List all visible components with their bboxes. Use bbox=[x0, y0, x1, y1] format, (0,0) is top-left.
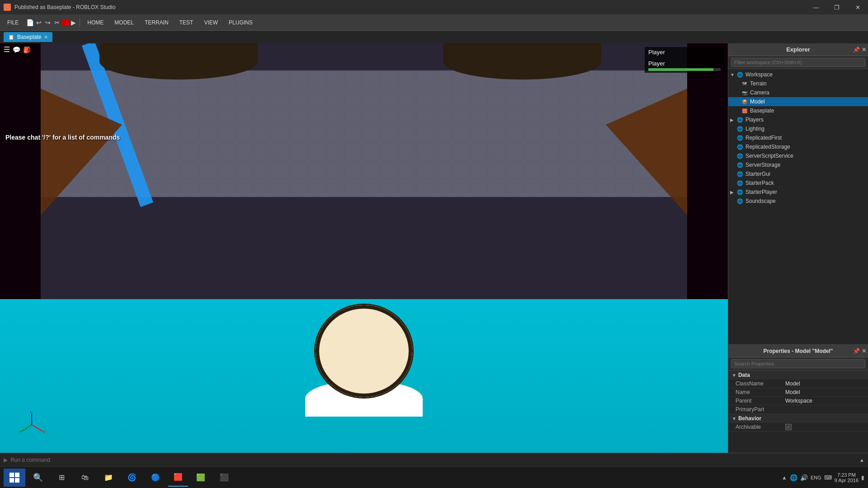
cut-icon[interactable]: ✂ bbox=[53, 19, 61, 27]
search-button[interactable]: 🔍 bbox=[27, 469, 49, 487]
minimize-button[interactable]: — bbox=[806, 0, 826, 14]
icon-startergui: 🌐 bbox=[736, 170, 744, 178]
icon-starterpack: 🌐 bbox=[736, 179, 744, 187]
svg-text:X: X bbox=[43, 430, 45, 434]
prop-archivable-label: Archivable bbox=[736, 424, 785, 430]
axes-indicator: X Y Z bbox=[18, 411, 45, 439]
menu-model[interactable]: MODEL bbox=[109, 14, 139, 30]
game-scene: Please chat '/?' for a list of commands … bbox=[0, 43, 728, 453]
tree-item-workspace[interactable]: ▼ 🌐 Workspace bbox=[728, 70, 868, 79]
filter-bar bbox=[728, 56, 868, 69]
props-close-button[interactable]: ✕ bbox=[862, 348, 866, 354]
chat-icon[interactable]: 💬 bbox=[13, 46, 20, 53]
icon-serverstorage: 🌐 bbox=[736, 161, 744, 169]
arrow-workspace: ▼ bbox=[730, 72, 736, 77]
tree-item-replicatedstorage[interactable]: 🌐 ReplicatedStorage bbox=[728, 142, 868, 151]
roblox-icon: 🟥 bbox=[174, 473, 183, 481]
viewport[interactable]: ☰ 💬 🎒 bbox=[0, 43, 728, 453]
section-data-arrow: ▼ bbox=[732, 373, 736, 378]
tree-item-serverstorage[interactable]: 🌐 ServerStorage bbox=[728, 160, 868, 169]
prop-archivable-checkbox[interactable]: ✓ bbox=[785, 424, 792, 430]
menu-terrain[interactable]: TERRAIN bbox=[139, 14, 174, 30]
tab-baseplate[interactable]: 📋 Baseplate ✕ bbox=[4, 32, 52, 42]
store-button[interactable]: 🛍 bbox=[74, 469, 96, 487]
menu-home[interactable]: HOME bbox=[82, 14, 109, 30]
prop-name: Name Model bbox=[728, 388, 868, 397]
lastapp-icon: ⬛ bbox=[220, 473, 229, 482]
props-search-input[interactable] bbox=[731, 359, 865, 368]
prop-classname-val: Model bbox=[785, 380, 864, 387]
explorer-header-buttons: 📌 ✕ bbox=[853, 47, 866, 53]
player-bar: Player bbox=[645, 47, 724, 57]
label-starterplayer: StarterPlayer bbox=[745, 189, 777, 195]
toolbar-file-group: 📄 ↩ ↪ ✂ ▶ bbox=[26, 19, 76, 27]
tab-label: Baseplate bbox=[17, 34, 41, 40]
task-view-button[interactable]: ⊞ bbox=[51, 469, 72, 487]
start-button[interactable] bbox=[4, 469, 25, 487]
label-replicatedfirst: ReplicatedFirst bbox=[745, 135, 782, 141]
tree-item-model[interactable]: 📦 Model bbox=[728, 97, 868, 106]
tree-item-lighting[interactable]: 🌐 Lighting bbox=[728, 124, 868, 133]
tree-item-serverscriptservice[interactable]: 🌐 ServerScriptService bbox=[728, 151, 868, 160]
tree-item-terrain[interactable]: 🗺 Terrain bbox=[728, 79, 868, 88]
explorer-close-button[interactable]: ✕ bbox=[862, 47, 866, 53]
menu-view[interactable]: VIEW bbox=[198, 14, 223, 30]
undo-icon[interactable]: ↩ bbox=[35, 19, 43, 27]
label-startergui: StarterGui bbox=[745, 171, 770, 177]
taskbar: 🔍 ⊞ 🛍 📁 🌀 🔵 🟥 🟩 ⬛ ▲ 🌐 🔊 ENG ⌨ 7:23 PM 9 … bbox=[0, 466, 868, 488]
section-data[interactable]: ▼ Data bbox=[728, 371, 868, 380]
label-serverstorage: ServerStorage bbox=[745, 162, 780, 168]
hamburger-icon[interactable]: ☰ bbox=[4, 45, 10, 54]
player-name-bar: Player bbox=[645, 57, 724, 73]
explorer-pin-button[interactable]: 📌 bbox=[853, 47, 860, 53]
svg-line-5 bbox=[32, 425, 43, 432]
show-desktop-button[interactable]: ▮ bbox=[861, 474, 864, 481]
prop-primarypart-label: PrimaryPart bbox=[736, 406, 785, 413]
tab-close-button[interactable]: ✕ bbox=[44, 34, 48, 40]
props-pin-button[interactable]: 📌 bbox=[853, 348, 860, 354]
new-icon[interactable]: 📄 bbox=[26, 19, 34, 27]
window-title: Published as Baseplate - ROBLOX Studio bbox=[14, 4, 115, 10]
chrome-button[interactable]: 🔵 bbox=[145, 469, 166, 487]
menu-file[interactable]: FILE bbox=[2, 14, 24, 30]
tree-item-soundscape[interactable]: 🌐 Soundscape bbox=[728, 197, 868, 206]
greenworks-button[interactable]: 🟩 bbox=[190, 469, 212, 487]
clock: 7:23 PM 9 Apr 2016 bbox=[835, 472, 859, 483]
tree-item-baseplate[interactable]: 🧱 Baseplate bbox=[728, 106, 868, 115]
prop-classname: ClassName Model bbox=[728, 380, 868, 388]
clock-time: 7:23 PM bbox=[835, 472, 859, 478]
menu-divider-1 bbox=[80, 18, 80, 27]
filter-input[interactable] bbox=[731, 58, 865, 67]
maximize-button[interactable]: ❐ bbox=[826, 0, 847, 14]
tree-item-starterplayer[interactable]: ▶ 🌐 StarterPlayer bbox=[728, 188, 868, 197]
lastapp-button[interactable]: ⬛ bbox=[213, 469, 235, 487]
ie-button[interactable]: 🌀 bbox=[121, 469, 143, 487]
tray-up-icon[interactable]: ▲ bbox=[782, 474, 787, 481]
redo-icon[interactable]: ↪ bbox=[44, 19, 52, 27]
icon-workspace: 🌐 bbox=[736, 71, 744, 78]
stop-icon[interactable] bbox=[62, 19, 70, 26]
label-players: Players bbox=[745, 117, 764, 123]
tree-item-players[interactable]: ▶ 🌐 Players bbox=[728, 115, 868, 124]
svg-text:Z: Z bbox=[30, 411, 33, 413]
roblox-studio-taskbar-button[interactable]: 🟥 bbox=[168, 469, 188, 487]
menu-plugins[interactable]: PLUGINS bbox=[223, 14, 258, 30]
close-button[interactable]: ✕ bbox=[847, 0, 868, 14]
files-button[interactable]: 📁 bbox=[98, 469, 119, 487]
prop-name-label: Name bbox=[736, 389, 785, 395]
tree-item-replicatedfirst[interactable]: 🌐 ReplicatedFirst bbox=[728, 133, 868, 142]
explorer-panel: Explorer 📌 ✕ ▼ 🌐 Workspace 🗺 bbox=[728, 43, 868, 344]
bag-icon[interactable]: 🎒 bbox=[23, 46, 31, 53]
play-icon[interactable]: ▶ bbox=[71, 19, 76, 26]
section-behavior[interactable]: ▼ Behavior bbox=[728, 414, 868, 423]
tree-item-starterpack[interactable]: 🌐 StarterPack bbox=[728, 178, 868, 188]
icon-serverscriptservice: 🌐 bbox=[736, 152, 744, 160]
app-icon bbox=[4, 4, 11, 11]
tree-item-camera[interactable]: 📷 Camera bbox=[728, 88, 868, 97]
tree-item-startergui[interactable]: 🌐 StarterGui bbox=[728, 169, 868, 178]
right-shoulder-svg bbox=[597, 89, 687, 224]
menu-test[interactable]: TEST bbox=[174, 14, 199, 30]
command-input[interactable] bbox=[10, 457, 859, 463]
commandbar-expand-button[interactable]: ▲ bbox=[859, 457, 864, 463]
icon-terrain: 🗺 bbox=[741, 80, 748, 87]
